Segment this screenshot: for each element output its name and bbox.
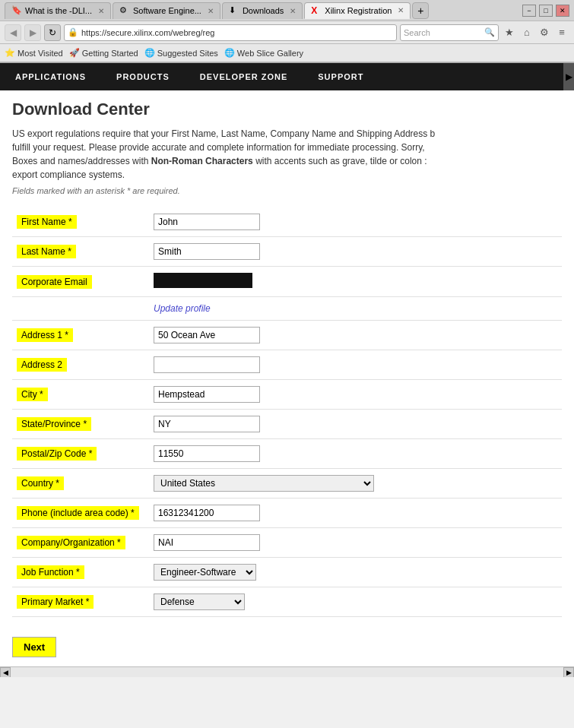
minimize-button[interactable]: − xyxy=(522,5,536,17)
nav-scroll-right[interactable]: ▶ xyxy=(563,63,574,90)
tab-3-close[interactable]: ✕ xyxy=(290,7,296,15)
bookmark-suggested-sites[interactable]: 🌐 Suggested Sites xyxy=(144,48,218,58)
country-input-cell: United States Canada United Kingdom Othe… xyxy=(149,469,562,499)
bookmark-web-slice-gallery[interactable]: 🌐 Web Slice Gallery xyxy=(224,48,303,58)
corporate-email-label: Corporate Email xyxy=(17,275,92,289)
nav-developer-zone[interactable]: DEVELOPER ZONE xyxy=(185,63,303,90)
update-profile-label-cell xyxy=(12,297,149,321)
tab-1-close[interactable]: ✕ xyxy=(98,7,104,15)
postal-code-label-cell: Postal/Zip Code * xyxy=(12,439,149,469)
nav-products[interactable]: PRODUCTS xyxy=(101,63,185,90)
state-input[interactable] xyxy=(154,416,260,432)
last-name-input-cell xyxy=(149,237,562,267)
menu-icon[interactable]: ≡ xyxy=(554,25,569,40)
horizontal-scrollbar: ◀ ▶ xyxy=(0,666,574,677)
update-profile-link[interactable]: Update profile xyxy=(154,303,211,314)
corporate-email-row: Corporate Email xyxy=(12,267,562,297)
first-name-input[interactable] xyxy=(154,214,260,230)
phone-input[interactable] xyxy=(154,505,260,521)
primary-market-row: Primary Market * Defense Aerospace Commu… xyxy=(12,587,562,617)
state-input-cell xyxy=(149,410,562,439)
phone-label-cell: Phone (include area code) * xyxy=(12,499,149,528)
bookmark-suggested-sites-label: Suggested Sites xyxy=(157,49,218,58)
address1-input[interactable] xyxy=(154,327,260,343)
tools-icon[interactable]: ⚙ xyxy=(537,25,552,40)
bookmark-most-visited[interactable]: ⭐ Most Visited xyxy=(5,48,63,58)
company-row: Company/Organization * xyxy=(12,528,562,558)
registration-form: First Name * Last Name * Corporate Email xyxy=(12,207,562,617)
back-button[interactable]: ◀ xyxy=(5,24,21,41)
country-label: Country * xyxy=(17,476,64,490)
postal-code-input-cell xyxy=(149,439,562,469)
last-name-label: Last Name * xyxy=(17,245,76,258)
maximize-button[interactable]: □ xyxy=(539,5,553,17)
city-row: City * xyxy=(12,380,562,410)
city-input-cell xyxy=(149,380,562,410)
postal-code-input[interactable] xyxy=(154,445,260,462)
state-label: State/Province * xyxy=(17,417,91,431)
address1-label: Address 1 * xyxy=(17,328,73,342)
address2-label-cell: Address 2 xyxy=(12,350,149,380)
scrollbar-left-button[interactable]: ◀ xyxy=(0,667,11,678)
primary-market-label-cell: Primary Market * xyxy=(12,587,149,617)
tab-4-close[interactable]: ✕ xyxy=(398,6,404,14)
search-placeholder: Search xyxy=(404,28,483,37)
first-name-label: First Name * xyxy=(17,215,77,229)
tab-3-favicon: ⬇ xyxy=(229,5,239,16)
tab-1-favicon: 🔖 xyxy=(11,5,22,16)
site-navigation: APPLICATIONS PRODUCTS DEVELOPER ZONE SUP… xyxy=(0,63,574,90)
tab-3-label: Downloads xyxy=(243,6,284,15)
company-input[interactable] xyxy=(154,534,260,551)
favorites-icon[interactable]: ★ xyxy=(502,25,517,40)
tab-1[interactable]: 🔖 What is the -DLI... ✕ xyxy=(5,2,111,19)
tab-3[interactable]: ⬇ Downloads ✕ xyxy=(222,2,303,19)
update-profile-link-cell: Update profile xyxy=(149,297,562,321)
scrollbar-track[interactable] xyxy=(11,667,563,677)
first-name-row: First Name * xyxy=(12,207,562,237)
primary-market-label: Primary Market * xyxy=(17,595,94,609)
address2-input[interactable] xyxy=(154,356,260,373)
nav-support[interactable]: SUPPORT xyxy=(303,63,379,90)
close-window-button[interactable]: ✕ xyxy=(556,5,569,17)
web-slice-gallery-icon: 🌐 xyxy=(224,48,235,58)
scrollbar-right-button[interactable]: ▶ xyxy=(563,667,574,678)
country-label-cell: Country * xyxy=(12,469,149,499)
corporate-email-input-cell xyxy=(149,267,562,297)
page-content: Download Center US export regulations re… xyxy=(0,90,574,666)
search-bar[interactable]: Search 🔍 xyxy=(400,24,499,41)
phone-input-cell xyxy=(149,499,562,528)
page-description: US export regulations require that your … xyxy=(12,127,562,182)
forward-button[interactable]: ▶ xyxy=(24,24,41,41)
postal-code-row: Postal/Zip Code * xyxy=(12,439,562,469)
country-select[interactable]: United States Canada United Kingdom Othe… xyxy=(154,475,374,492)
company-label-cell: Company/Organization * xyxy=(12,528,149,558)
tab-4-label: Xilinx Registration xyxy=(325,6,392,15)
address2-label: Address 2 xyxy=(17,358,67,372)
job-function-select[interactable]: Engineer-Software Engineer-Hardware Mana… xyxy=(154,564,256,581)
city-input[interactable] xyxy=(154,386,260,403)
most-visited-icon: ⭐ xyxy=(5,48,15,58)
address1-row: Address 1 * xyxy=(12,321,562,350)
next-button[interactable]: Next xyxy=(12,637,56,657)
email-redacted-display xyxy=(154,273,252,288)
address1-input-cell xyxy=(149,321,562,350)
primary-market-select[interactable]: Defense Aerospace Communications Consume… xyxy=(154,593,245,610)
bookmark-getting-started[interactable]: 🚀 Getting Started xyxy=(69,48,138,58)
address-bar[interactable]: 🔒 https://secure.xilinx.com/webreg/reg xyxy=(64,24,397,41)
refresh-button[interactable]: ↻ xyxy=(44,24,61,41)
bookmark-getting-started-label: Getting Started xyxy=(82,49,138,58)
search-icon: 🔍 xyxy=(484,27,495,37)
last-name-input[interactable] xyxy=(154,243,260,260)
bookmark-most-visited-label: Most Visited xyxy=(17,49,63,58)
state-row: State/Province * xyxy=(12,410,562,439)
home-icon[interactable]: ⌂ xyxy=(519,25,534,40)
bookmarks-bar: ⭐ Most Visited 🚀 Getting Started 🌐 Sugge… xyxy=(0,44,574,62)
title-bar: 🔖 What is the -DLI... ✕ ⚙ Software Engin… xyxy=(0,0,574,21)
city-label: City * xyxy=(17,388,48,401)
tab-2[interactable]: ⚙ Software Engine... ✕ xyxy=(113,2,220,19)
tab-4[interactable]: X Xilinx Registration ✕ xyxy=(304,2,411,19)
nav-applications[interactable]: APPLICATIONS xyxy=(0,63,101,90)
tab-2-close[interactable]: ✕ xyxy=(208,7,214,15)
new-tab-button[interactable]: + xyxy=(412,2,429,19)
update-profile-row: Update profile xyxy=(12,297,562,321)
